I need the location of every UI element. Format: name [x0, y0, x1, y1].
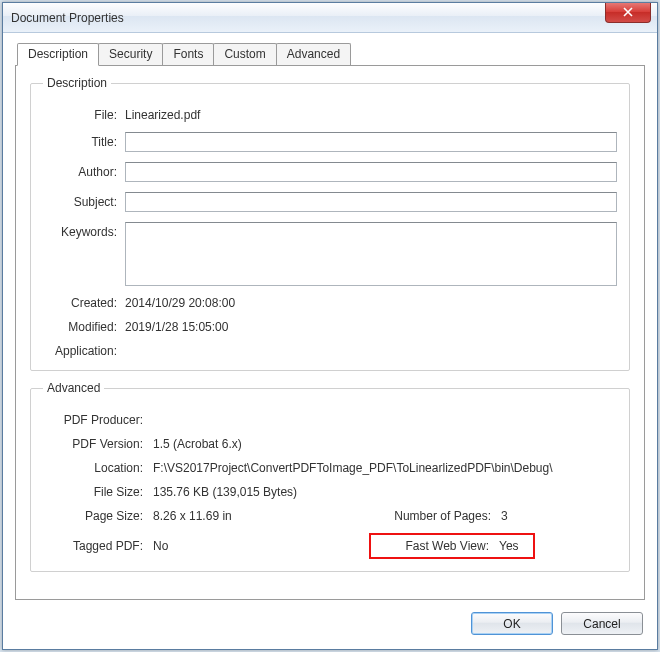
pagesize-value: 8.26 x 11.69 in	[153, 509, 232, 523]
advanced-group: Advanced PDF Producer: PDF Version: 1.5 …	[30, 381, 630, 572]
subject-label: Subject:	[43, 195, 125, 209]
subject-input[interactable]	[125, 192, 617, 212]
location-value: F:\VS2017Project\ConvertPDFToImage_PDF\T…	[153, 461, 617, 475]
pagesize-label: Page Size:	[43, 509, 153, 523]
cancel-button[interactable]: Cancel	[561, 612, 643, 635]
title-label: Title:	[43, 135, 125, 149]
author-input[interactable]	[125, 162, 617, 182]
modified-value: 2019/1/28 15:05:00	[125, 320, 617, 334]
tagged-value: No	[153, 539, 168, 553]
file-value: Linearized.pdf	[125, 108, 617, 122]
dialog-content: Description Security Fonts Custom Advanc…	[3, 33, 657, 600]
version-label: PDF Version:	[43, 437, 153, 451]
fastweb-value: Yes	[499, 539, 519, 553]
file-label: File:	[43, 108, 125, 122]
titlebar: Document Properties	[3, 3, 657, 33]
description-legend: Description	[43, 76, 111, 90]
close-button[interactable]	[605, 3, 651, 23]
modified-label: Modified:	[43, 320, 125, 334]
dialog-buttons: OK Cancel	[3, 600, 657, 649]
producer-label: PDF Producer:	[43, 413, 153, 427]
tagged-label: Tagged PDF:	[43, 539, 153, 553]
numpages-label: Number of Pages:	[373, 509, 501, 523]
filesize-label: File Size:	[43, 485, 153, 499]
application-label: Application:	[43, 344, 125, 358]
numpages-value: 3	[501, 509, 508, 523]
filesize-value: 135.76 KB (139,015 Bytes)	[153, 485, 617, 499]
ok-button[interactable]: OK	[471, 612, 553, 635]
title-input[interactable]	[125, 132, 617, 152]
keywords-label: Keywords:	[43, 222, 125, 239]
advanced-legend: Advanced	[43, 381, 104, 395]
fast-web-view-highlight: Fast Web View: Yes	[369, 533, 535, 559]
tab-description[interactable]: Description	[17, 43, 99, 66]
fastweb-label: Fast Web View:	[371, 539, 499, 553]
tab-advanced[interactable]: Advanced	[276, 43, 351, 65]
window-title: Document Properties	[11, 11, 124, 25]
keywords-input[interactable]	[125, 222, 617, 286]
tab-panel: Description File: Linearized.pdf Title: …	[15, 65, 645, 600]
dialog-window: Document Properties Description Security…	[2, 2, 658, 650]
tab-fonts[interactable]: Fonts	[162, 43, 214, 65]
tab-strip: Description Security Fonts Custom Advanc…	[17, 43, 645, 65]
tab-custom[interactable]: Custom	[213, 43, 276, 65]
close-icon	[623, 6, 633, 20]
created-value: 2014/10/29 20:08:00	[125, 296, 617, 310]
producer-value	[153, 413, 617, 427]
version-value: 1.5 (Acrobat 6.x)	[153, 437, 617, 451]
location-label: Location:	[43, 461, 153, 475]
author-label: Author:	[43, 165, 125, 179]
created-label: Created:	[43, 296, 125, 310]
description-group: Description File: Linearized.pdf Title: …	[30, 76, 630, 371]
tab-security[interactable]: Security	[98, 43, 163, 65]
